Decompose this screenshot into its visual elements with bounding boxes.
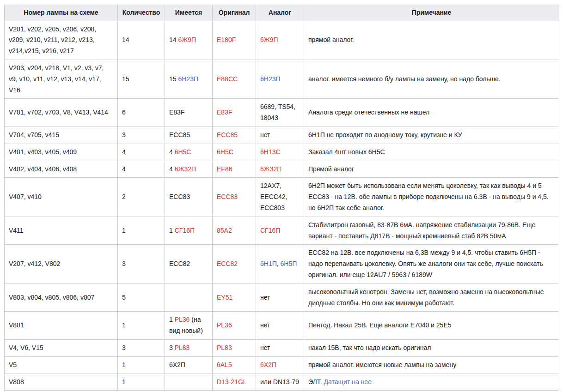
table-row: V516Х2П6AL56Х2Ппрямой аналог. имеются но… <box>5 356 559 374</box>
tube-name-red: PL36 <box>175 316 190 323</box>
table-cell: аналог. имеется немного б/у лампы на зам… <box>304 60 559 98</box>
cell-text: V203, v204, v218, V1, v2, v3, v7, v9, v1… <box>9 64 104 94</box>
table-cell: V4, V6, V15 <box>5 339 118 356</box>
table-row: V41111 СГ16П85A2СГ16ПСтабилитрон газовый… <box>5 217 559 245</box>
table-row: V203, v204, v218, V1, v2, v3, v7, v9, v1… <box>5 60 559 98</box>
table-row: V201, v202, v205, v206, v208, v209, v210… <box>5 21 559 60</box>
cell-text: Заказал 4шт новых 6Н5С <box>308 148 385 156</box>
table-cell: 12AX7, EECC42, ECC803 <box>256 178 304 217</box>
table-cell: E88CC <box>213 60 256 98</box>
inline-link[interactable]: 6Н23П <box>178 75 198 83</box>
cell-text: 6689, TS54, 18043 <box>260 103 295 121</box>
table-cell: 6Х2П <box>165 356 213 374</box>
table-cell: 6Ж32П <box>256 161 304 178</box>
tube-name-red: ECC82 <box>217 260 238 267</box>
cell-text: V808 <box>9 378 24 386</box>
tube-name-red: 6Н5С <box>175 148 191 156</box>
table-row: V207, v412, V8023ECC82ECC826Н1П, 6Н5ПECC… <box>5 245 559 283</box>
table-cell: Аналога среди отечественных не нашел <box>304 99 559 127</box>
table-cell: прямой аналог. имеются новые лампы на за… <box>304 356 559 374</box>
table-cell: или DN13-79 <box>256 374 304 391</box>
inline-link[interactable]: 6Н23П <box>260 75 281 83</box>
tube-name-red: D13-21GL <box>217 378 247 386</box>
cell-text: V207, v412, V802 <box>9 260 60 267</box>
table-cell: 2 <box>118 178 165 217</box>
cell-text: Стабилитрон газовый, 83-87В 6мА. напряже… <box>308 221 535 240</box>
table-cell: V808 <box>5 374 118 391</box>
tube-inventory-table: Номер лампы на схемеКоличествоИмеетсяОри… <box>4 5 559 391</box>
tube-name-red: E83F <box>217 109 232 116</box>
table-row: V704, v705, v4153ECC85ECC85нет6Н1П не пр… <box>5 127 559 144</box>
table-cell: 3 PL83 <box>165 339 213 356</box>
table-row: V701, v702, v703, V8, V413, V4146E83FE83… <box>5 99 559 127</box>
tube-name-red: 85A2 <box>217 227 232 234</box>
cell-text: 1 <box>122 361 126 368</box>
inline-link[interactable]: Датащит на нее <box>324 378 372 386</box>
table-cell: высоковольтный кенотрон. Замены нет, воз… <box>304 283 559 312</box>
table-cell: 1 <box>118 356 165 374</box>
cell-text: аналог. имеется немного б/у лампы на зам… <box>308 75 501 83</box>
cell-text: 3 <box>122 344 126 351</box>
table-cell: E83F <box>213 99 256 127</box>
table-cell: E180F <box>213 21 256 60</box>
table-cell: нет <box>256 339 304 356</box>
table-cell: 85A2 <box>213 217 256 245</box>
table-cell: 6AL5 <box>213 356 256 374</box>
cell-text: 3 <box>169 344 175 351</box>
table-cell: ECC83 <box>165 178 213 217</box>
table-row: V407, v4102ECC83ECC8312AX7, EECC42, ECC8… <box>5 178 559 217</box>
table-cell: 4 <box>118 161 165 178</box>
inline-link[interactable]: 6Н1П <box>260 260 277 267</box>
table-cell: Заказал 4шт новых 6Н5С <box>304 144 559 161</box>
tube-name-red: 6AL5 <box>217 361 232 368</box>
cell-text: 3 <box>122 131 126 139</box>
tube-name-red: 6Ж9П <box>178 36 196 43</box>
cell-text: высоковольтный кенотрон. Замены нет, воз… <box>308 288 544 307</box>
table-cell: нет <box>256 283 304 312</box>
cell-text: V701, v702, v703, V8, V413, V414 <box>9 109 108 116</box>
cell-text: 12AX7, EECC42, ECC803 <box>260 182 287 211</box>
table-cell: 6Н13С <box>256 144 304 161</box>
cell-text: 4 <box>122 148 126 156</box>
cell-text: прямой аналог. имеются новые лампы на за… <box>308 361 456 368</box>
table-cell: ECC82 <box>165 245 213 283</box>
table-cell: V203, v204, v218, V1, v2, v3, v7, v9, v1… <box>5 60 118 98</box>
cell-text: нет <box>260 321 270 329</box>
cell-text: E83F <box>169 109 184 116</box>
cell-text: нет <box>260 344 270 351</box>
table-cell: 1 <box>118 312 165 340</box>
column-header-4: Оригинал <box>213 5 256 21</box>
table-cell: 4 6Ж32П <box>165 161 213 178</box>
table-cell: V201, v202, v205, v206, v208, v209, v210… <box>5 21 118 60</box>
table-cell: 6Н1П, 6Н5П <box>256 245 304 283</box>
table-row: V803, v804, v805, v806, v8075EY51нетвысо… <box>5 283 559 312</box>
table-cell: V704, v705, v415 <box>5 127 118 144</box>
cell-text: V411 <box>9 227 24 234</box>
cell-text: 1 <box>169 227 175 234</box>
table-cell: Пентод. Накал 25В. Еще аналоги E7040 и 2… <box>304 312 559 340</box>
table-cell: 6Н1П не проходит по анодному току, крути… <box>304 127 559 144</box>
table-cell: 3 <box>118 339 165 356</box>
cell-text: 4 <box>122 165 126 173</box>
table-cell: 4 6Н5С <box>165 144 213 161</box>
table-cell <box>165 283 213 312</box>
cell-text: Прямой аналог <box>308 165 354 173</box>
cell-text: 5 <box>122 294 126 301</box>
cell-text: 2 <box>122 193 126 200</box>
table-cell: 1 PL36 (на вид новый) <box>165 312 213 340</box>
table-row: V402, v404, v406, v40844 6Ж32ПEF866Ж32ПП… <box>5 161 559 178</box>
cell-text: 6Н2П может быть использована если менять… <box>308 182 549 211</box>
cell-text: 14 <box>122 36 129 43</box>
tube-name-red: ECC83 <box>217 193 238 200</box>
table-cell: ЭЛТ. Датащит на нее <box>304 374 559 391</box>
table-cell: 6Ж9П <box>256 21 304 60</box>
cell-text: V201, v202, v205, v206, v208, v209, v210… <box>9 25 96 55</box>
table-cell: 5 <box>118 283 165 312</box>
cell-text: ECC82 <box>169 260 190 267</box>
inline-link[interactable]: 6Н5П <box>281 260 297 267</box>
tube-name-red: E88CC <box>217 75 238 83</box>
cell-text: 1 <box>122 321 126 329</box>
table-cell: ECC82 <box>213 245 256 283</box>
cell-text: 4 <box>169 165 175 173</box>
cell-text: V704, v705, v415 <box>9 131 59 139</box>
